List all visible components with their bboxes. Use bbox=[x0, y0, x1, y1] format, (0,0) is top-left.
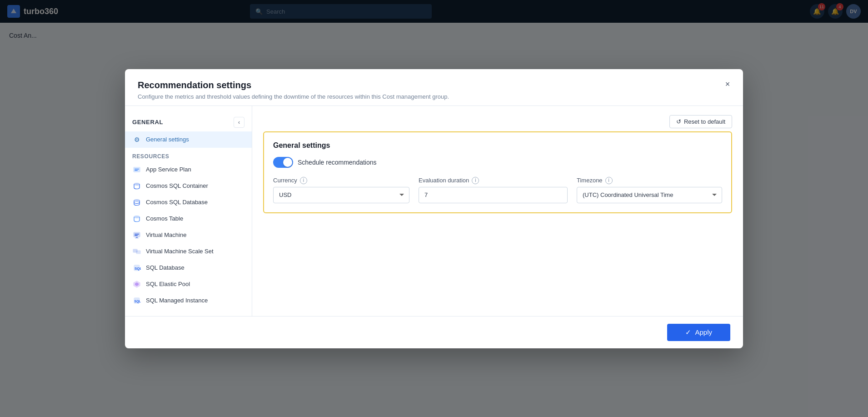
evaluation-field-group: Evaluation duration i bbox=[419, 177, 568, 203]
schedule-recommendations-toggle[interactable] bbox=[273, 157, 293, 168]
modal-footer: ✓ Apply bbox=[125, 316, 743, 348]
evaluation-info-icon[interactable]: i bbox=[472, 177, 479, 184]
svg-rect-13 bbox=[136, 251, 140, 254]
currency-field-group: Currency i USD EUR GBP bbox=[273, 177, 409, 203]
timezone-select[interactable]: (UTC) Coordinated Universal Time (UTC-05… bbox=[577, 187, 722, 203]
general-section-header: General ‹ bbox=[125, 113, 252, 131]
schedule-recommendations-label: Schedule recommendations bbox=[298, 159, 377, 166]
svg-rect-8 bbox=[136, 237, 138, 238]
reset-icon: ↺ bbox=[676, 118, 681, 125]
app-service-plan-icon bbox=[132, 165, 141, 174]
sidebar-item-cosmos-sql-database[interactable]: Cosmos SQL Database bbox=[125, 194, 252, 211]
sidebar-item-cosmos-sql-container[interactable]: Cosmos SQL Container bbox=[125, 178, 252, 194]
svg-rect-9 bbox=[135, 238, 139, 238]
modal-sidebar: General ‹ ⚙ General settings Resources bbox=[125, 106, 252, 316]
app-service-plan-label: App Service Plan bbox=[146, 166, 191, 173]
apply-button[interactable]: ✓ Apply bbox=[667, 324, 730, 341]
svg-rect-3 bbox=[135, 170, 138, 171]
virtual-machine-scale-set-icon bbox=[132, 247, 141, 256]
evaluation-label-text: Evaluation duration bbox=[419, 177, 469, 184]
cosmos-table-icon bbox=[132, 214, 141, 223]
cosmos-sql-container-icon bbox=[132, 181, 141, 191]
modal-title: Recommendation settings bbox=[138, 80, 730, 90]
recommendation-settings-modal: Recommendation settings Configure the me… bbox=[125, 69, 743, 348]
sql-elastic-pool-icon bbox=[132, 280, 141, 289]
sql-elastic-pool-label: SQL Elastic Pool bbox=[146, 281, 190, 287]
svg-text:SQL: SQL bbox=[135, 300, 141, 303]
general-settings-panel: General settings Schedule recommendation… bbox=[263, 131, 732, 213]
virtual-machine-icon bbox=[132, 231, 141, 240]
evaluation-label: Evaluation duration i bbox=[419, 177, 568, 184]
svg-point-5 bbox=[134, 199, 140, 201]
timezone-label: Timezone i bbox=[577, 177, 722, 184]
svg-point-6 bbox=[134, 216, 140, 218]
chevron-left-icon: ‹ bbox=[238, 119, 240, 126]
currency-select[interactable]: USD EUR GBP bbox=[273, 187, 409, 203]
virtual-machine-scale-set-label: Virtual Machine Scale Set bbox=[146, 248, 214, 255]
resources-section-label: Resources bbox=[125, 148, 252, 161]
timezone-label-text: Timezone bbox=[577, 177, 603, 184]
close-icon: × bbox=[725, 80, 730, 89]
sidebar-item-app-service-plan[interactable]: App Service Plan bbox=[125, 161, 252, 178]
cosmos-table-label: Cosmos Table bbox=[146, 215, 183, 222]
sidebar-item-general-settings[interactable]: ⚙ General settings bbox=[125, 131, 252, 148]
modal-close-button[interactable]: × bbox=[721, 78, 734, 91]
virtual-machine-label: Virtual Machine bbox=[146, 231, 186, 238]
sidebar-item-sql-elastic-pool[interactable]: SQL Elastic Pool bbox=[125, 276, 252, 292]
svg-point-4 bbox=[134, 183, 140, 185]
settings-fields-row: Currency i USD EUR GBP bbox=[273, 177, 722, 203]
general-section-label: General bbox=[132, 119, 163, 126]
sql-managed-instance-label: SQL Managed Instance bbox=[146, 297, 208, 304]
settings-panel-title: General settings bbox=[273, 141, 722, 150]
timezone-field-group: Timezone i (UTC) Coordinated Universal T… bbox=[577, 177, 722, 203]
evaluation-duration-input[interactable] bbox=[419, 187, 568, 203]
cosmos-sql-database-icon bbox=[132, 198, 141, 207]
svg-rect-11 bbox=[135, 235, 138, 236]
sql-database-icon: SQL bbox=[132, 263, 141, 272]
svg-rect-7 bbox=[134, 232, 140, 237]
sidebar-item-sql-managed-instance[interactable]: SQL SQL Managed Instance bbox=[125, 292, 252, 309]
apply-label: Apply bbox=[695, 328, 712, 336]
sidebar-collapse-button[interactable]: ‹ bbox=[234, 117, 244, 128]
cosmos-sql-database-label: Cosmos SQL Database bbox=[146, 199, 208, 206]
svg-rect-1 bbox=[134, 167, 140, 172]
currency-label: Currency i bbox=[273, 177, 409, 184]
sidebar-item-virtual-machine[interactable]: Virtual Machine bbox=[125, 227, 252, 243]
general-settings-label: General settings bbox=[146, 136, 189, 143]
currency-label-text: Currency bbox=[273, 177, 297, 184]
svg-rect-2 bbox=[135, 169, 139, 170]
apply-check-icon: ✓ bbox=[685, 328, 691, 337]
modal-body: General ‹ ⚙ General settings Resources bbox=[125, 106, 743, 316]
toggle-knob bbox=[283, 158, 292, 167]
sidebar-item-cosmos-table[interactable]: Cosmos Table bbox=[125, 211, 252, 227]
currency-info-icon[interactable]: i bbox=[300, 177, 307, 184]
gear-icon: ⚙ bbox=[132, 135, 141, 144]
modal-overlay: Recommendation settings Configure the me… bbox=[0, 0, 868, 417]
sidebar-item-virtual-machine-scale-set[interactable]: Virtual Machine Scale Set bbox=[125, 243, 252, 260]
cosmos-sql-container-label: Cosmos SQL Container bbox=[146, 182, 208, 189]
sql-managed-instance-icon: SQL bbox=[132, 296, 141, 305]
modal-subtitle: Configure the metrics and threshold valu… bbox=[138, 93, 730, 100]
timezone-info-icon[interactable]: i bbox=[605, 177, 613, 184]
sidebar-item-sql-database[interactable]: SQL SQL Database bbox=[125, 260, 252, 276]
sql-database-label: SQL Database bbox=[146, 264, 185, 271]
svg-text:SQL: SQL bbox=[135, 266, 141, 271]
reset-to-default-button[interactable]: ↺ Reset to default bbox=[669, 115, 732, 128]
schedule-row: Schedule recommendations bbox=[273, 157, 722, 168]
reset-label: Reset to default bbox=[684, 118, 725, 125]
svg-rect-10 bbox=[135, 234, 139, 235]
modal-header: Recommendation settings Configure the me… bbox=[125, 69, 743, 106]
modal-main-content: ↺ Reset to default General settings Sche… bbox=[252, 106, 743, 316]
